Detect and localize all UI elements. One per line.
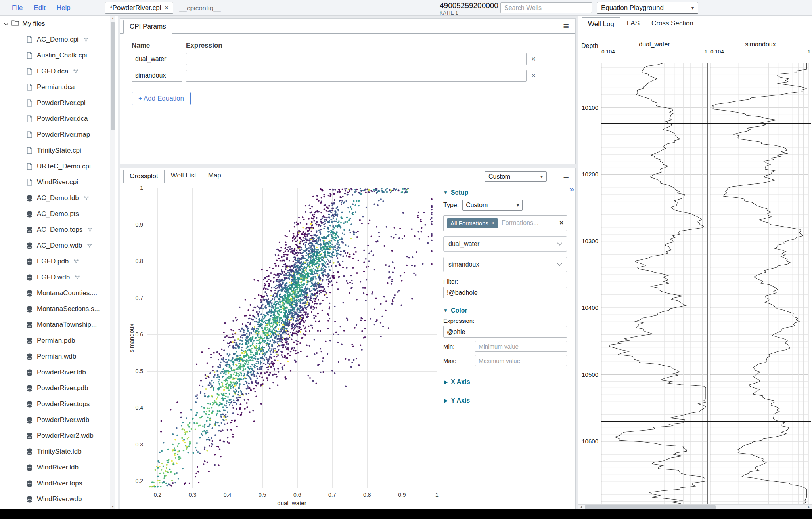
- menu-icon[interactable]: ≡: [563, 20, 569, 32]
- preset-select[interactable]: Custom ▾: [485, 171, 547, 182]
- tab-well-list[interactable]: Well List: [165, 169, 202, 183]
- scroll-right-icon[interactable]: ►: [806, 505, 812, 509]
- close-icon[interactable]: ×: [491, 220, 494, 226]
- add-equation-button[interactable]: + Add Equation: [132, 92, 191, 105]
- sidebar-item-powderriver-wdb[interactable]: PowderRiver.wdb: [0, 412, 118, 428]
- scrollbar-thumb[interactable]: [585, 505, 716, 509]
- caret-down-icon: ▾: [540, 174, 543, 179]
- menu-file[interactable]: File: [12, 4, 23, 12]
- collapse-panel-icon[interactable]: »: [569, 184, 574, 194]
- sidebar-item-powderriver-pdb[interactable]: PowderRiver.pdb: [0, 380, 118, 396]
- sidebar-item-powderriver-map[interactable]: PowderRiver.map: [0, 127, 118, 143]
- sidebar-item-permian-pdb[interactable]: Permian.pdb: [0, 333, 118, 349]
- svg-text:10100: 10100: [582, 104, 598, 111]
- sidebar-item-trinitystate-ldb[interactable]: TrinityState.ldb: [0, 444, 118, 460]
- bottom-bar: [0, 509, 812, 519]
- sidebar-item-powderriver2-wdb[interactable]: PowderRiver2.wdb: [0, 428, 118, 444]
- color-expression-input[interactable]: [443, 326, 567, 338]
- file-label: Austin_Chalk.cpi: [37, 52, 87, 59]
- equation-expression-input[interactable]: [186, 53, 527, 65]
- x-axis-section[interactable]: ▶ X Axis: [443, 375, 567, 389]
- tab-las[interactable]: LAS: [621, 17, 645, 31]
- file-label: AC_Demo.wdb: [37, 242, 82, 250]
- well-name: KATIE 1: [440, 10, 498, 16]
- filter-input[interactable]: [443, 287, 567, 298]
- close-icon[interactable]: ×: [165, 4, 168, 11]
- sidebar-item-montanacounties[interactable]: MontanaCounties....: [0, 285, 118, 301]
- scroll-down-icon[interactable]: ▼: [110, 504, 115, 509]
- crossplot-canvas[interactable]: [147, 188, 437, 488]
- tab-powderriver-cpi[interactable]: *PowderRiver.cpi ×: [105, 2, 173, 14]
- sidebar-item-powderriver-dca[interactable]: PowderRiver.dca: [0, 111, 118, 127]
- color-section-header[interactable]: ▼ Color: [443, 307, 567, 314]
- formations-input[interactable]: All Formations × Formations... ×: [443, 215, 567, 231]
- sidebar-item-ac-demo-ldb[interactable]: AC_Demo.ldb: [0, 190, 118, 206]
- shared-icon: [73, 69, 79, 74]
- tab-crossplot[interactable]: Crossplot: [123, 170, 165, 183]
- menu-icon[interactable]: ≡: [563, 170, 569, 181]
- triangle-down-icon: ▼: [443, 308, 448, 313]
- color-header-label: Color: [451, 307, 467, 314]
- tab-cross-section[interactable]: Cross Section: [646, 17, 699, 31]
- sidebar-item-windriver-ldb[interactable]: WindRiver.ldb: [0, 460, 118, 475]
- menu-edit[interactable]: Edit: [34, 4, 45, 12]
- equation-expression-input[interactable]: [186, 70, 527, 82]
- search-wells-input[interactable]: [500, 2, 592, 13]
- menu-help[interactable]: Help: [57, 4, 71, 12]
- sidebar-item-windriver-wdb[interactable]: WindRiver.wdb: [0, 491, 118, 507]
- type-select[interactable]: Custom ▾: [462, 200, 523, 211]
- equation-row: ×: [132, 53, 575, 65]
- tab-cpiconfig[interactable]: __cpiconfig__: [179, 4, 221, 12]
- equation-rows: ××: [132, 53, 575, 82]
- file-label: PowderRiver.dca: [37, 115, 88, 123]
- min-value-input[interactable]: [475, 341, 567, 352]
- sidebar-item-montanasections-s[interactable]: MontanaSections.s...: [0, 301, 118, 317]
- sidebar-item-egfd-pdb[interactable]: EGFD.pdb: [0, 254, 118, 269]
- file-label: AC_Demo.ldb: [37, 194, 79, 202]
- sidebar-scrollbar[interactable]: ▲ ▼: [110, 16, 115, 509]
- sidebar-item-montanatownship[interactable]: MontanaTownship...: [0, 317, 118, 333]
- sidebar-item-egfd-dca[interactable]: EGFD.dca: [0, 63, 118, 79]
- sidebar-item-powderriver-cpi[interactable]: PowderRiver.cpi: [0, 95, 118, 111]
- sidebar-item-urtec-demo-cpi[interactable]: URTeC_Demo.cpi: [0, 158, 118, 174]
- sidebar-item-ac-demo-pts[interactable]: AC_Demo.pts: [0, 206, 118, 222]
- chevron-down-icon[interactable]: [4, 20, 8, 28]
- sidebar-item-trinitystate-cpi[interactable]: TrinityState.cpi: [0, 143, 118, 158]
- close-icon[interactable]: ×: [530, 71, 537, 80]
- equation-name-input[interactable]: [132, 53, 182, 65]
- scroll-left-icon[interactable]: ◄: [578, 505, 584, 509]
- setup-section-header[interactable]: ▼ Setup: [443, 189, 567, 196]
- sidebar-item-austin-chalk-cpi[interactable]: Austin_Chalk.cpi: [0, 48, 118, 63]
- sidebar-item-windriver-tops[interactable]: WindRiver.tops: [0, 475, 118, 491]
- sidebar-item-powderriver-ldb[interactable]: PowderRiver.ldb: [0, 364, 118, 380]
- my-files-root[interactable]: My files: [0, 16, 118, 32]
- y-axis-section[interactable]: ▶ Y Axis: [443, 393, 567, 408]
- sidebar-item-powderriver-tops[interactable]: PowderRiver.tops: [0, 396, 118, 412]
- x-variable-select[interactable]: dual_water: [443, 236, 567, 252]
- y-tick-label: 0.3: [123, 441, 143, 448]
- close-icon[interactable]: ×: [530, 55, 537, 63]
- equation-name-input[interactable]: [132, 70, 182, 82]
- scrollbar-thumb[interactable]: [111, 22, 115, 130]
- tab-well-log[interactable]: Well Log: [582, 17, 620, 31]
- tab-map[interactable]: Map: [203, 169, 227, 183]
- sidebar-item-ac-demo-tops[interactable]: AC_Demo.tops: [0, 222, 118, 238]
- clear-formations-icon[interactable]: ×: [559, 219, 563, 227]
- tab-cpi-params[interactable]: CPI Params: [123, 20, 172, 34]
- sidebar-item-permian-wdb[interactable]: Permian.wdb: [0, 349, 118, 364]
- sidebar-item-permian-dca[interactable]: Permian.dca: [0, 79, 118, 95]
- max-value-input[interactable]: [475, 355, 567, 366]
- y-variable-select[interactable]: simandoux: [443, 257, 567, 272]
- sidebar-item-windriver-cpi[interactable]: WindRiver.cpi: [0, 174, 118, 190]
- mode-select[interactable]: Equation Playground ▾: [597, 2, 698, 14]
- shared-icon: [73, 259, 79, 264]
- sidebar-item-ac-demo-wdb[interactable]: AC_Demo.wdb: [0, 238, 118, 254]
- min-label: Min:: [443, 343, 475, 350]
- scroll-up-icon[interactable]: ▲: [110, 16, 115, 21]
- sidebar-item-egfd-wdb[interactable]: EGFD.wdb: [0, 269, 118, 285]
- formation-chip[interactable]: All Formations ×: [447, 218, 498, 228]
- sidebar-item-ac-demo-cpi[interactable]: AC_Demo.cpi: [0, 32, 118, 48]
- well-log-horizontal-scrollbar[interactable]: ◄ ►: [578, 504, 812, 509]
- track-title: dual_water: [601, 41, 707, 48]
- well-log-display[interactable]: 101001020010300104001050010600: [578, 63, 812, 505]
